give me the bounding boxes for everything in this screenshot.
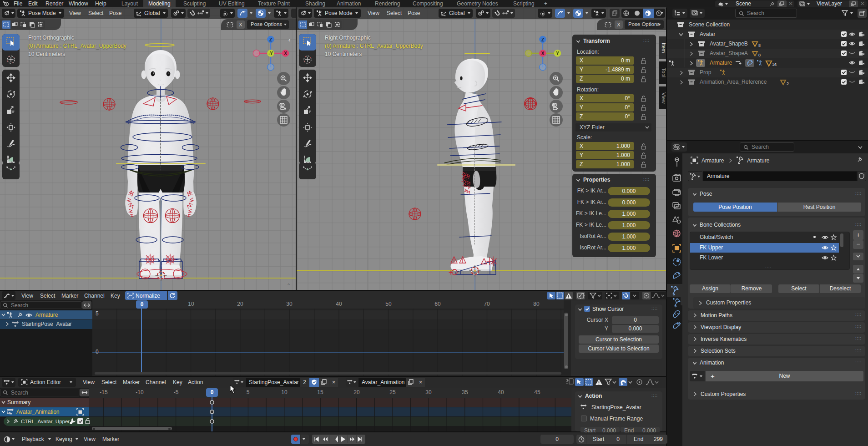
svg-text:-Y: -Y <box>268 51 273 56</box>
svg-text:Z: Z <box>269 37 272 42</box>
svg-text:X: X <box>284 51 287 56</box>
